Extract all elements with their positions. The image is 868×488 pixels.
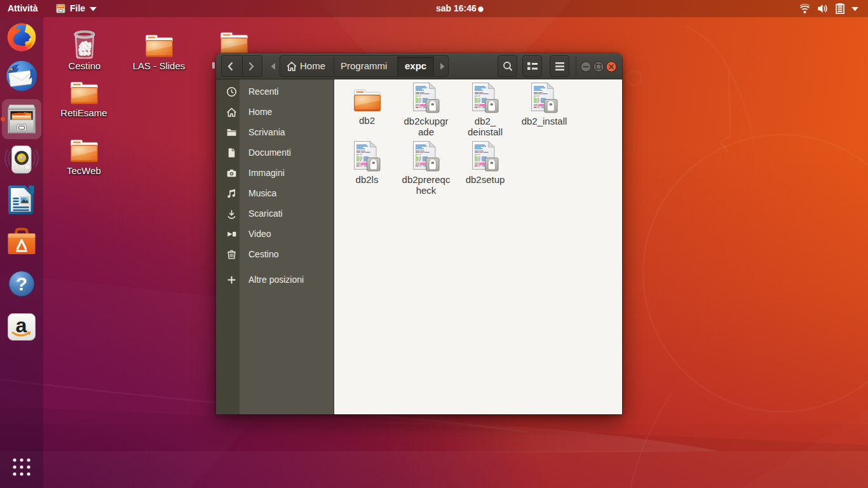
svg-text:a: a: [16, 314, 27, 337]
svg-text:?: ?: [16, 273, 27, 294]
